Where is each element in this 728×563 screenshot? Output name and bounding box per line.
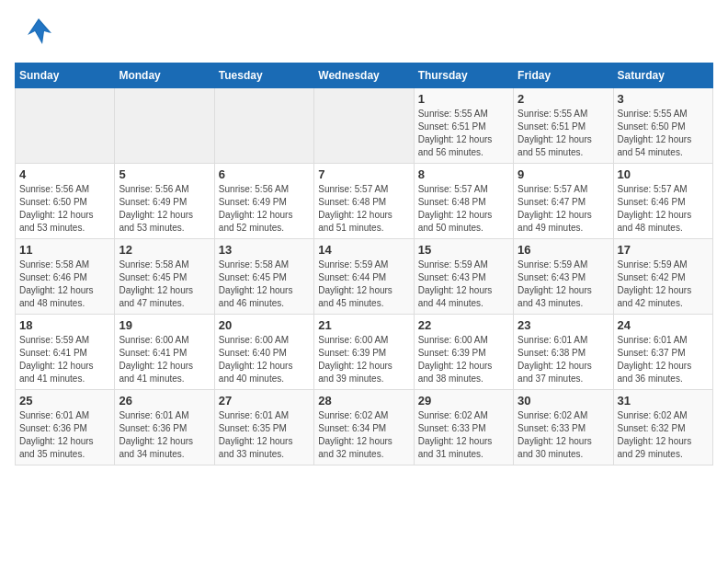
day-cell: 24Sunrise: 6:01 AM Sunset: 6:37 PM Dayli… <box>613 315 712 390</box>
day-info: Sunrise: 5:58 AM Sunset: 6:45 PM Dayligh… <box>119 259 210 310</box>
header-cell-sunday: Sunday <box>16 63 115 88</box>
week-row-1: 1Sunrise: 5:55 AM Sunset: 6:51 PM Daylig… <box>16 88 713 164</box>
day-info: Sunrise: 6:02 AM Sunset: 6:34 PM Dayligh… <box>318 409 409 461</box>
header-cell-thursday: Thursday <box>414 63 513 88</box>
day-cell: 20Sunrise: 6:00 AM Sunset: 6:40 PM Dayli… <box>214 315 313 390</box>
day-cell: 13Sunrise: 5:58 AM Sunset: 6:45 PM Dayli… <box>214 239 313 315</box>
day-number: 29 <box>418 394 509 408</box>
day-number: 21 <box>318 318 409 332</box>
day-cell: 22Sunrise: 6:00 AM Sunset: 6:39 PM Dayli… <box>414 315 513 390</box>
day-info: Sunrise: 6:02 AM Sunset: 6:33 PM Dayligh… <box>418 409 509 461</box>
day-info: Sunrise: 5:56 AM Sunset: 6:49 PM Dayligh… <box>219 183 310 235</box>
header-cell-saturday: Saturday <box>613 63 712 88</box>
day-cell: 1Sunrise: 5:55 AM Sunset: 6:51 PM Daylig… <box>414 88 513 164</box>
day-info: Sunrise: 6:01 AM Sunset: 6:38 PM Dayligh… <box>518 334 609 385</box>
day-cell: 26Sunrise: 6:01 AM Sunset: 6:36 PM Dayli… <box>115 390 214 465</box>
day-cell: 2Sunrise: 5:55 AM Sunset: 6:51 PM Daylig… <box>514 88 613 164</box>
day-number: 6 <box>219 167 310 181</box>
calendar-table: SundayMondayTuesdayWednesdayThursdayFrid… <box>15 63 713 465</box>
day-number: 12 <box>119 243 210 257</box>
day-cell: 5Sunrise: 5:56 AM Sunset: 6:49 PM Daylig… <box>115 164 214 239</box>
day-cell: 27Sunrise: 6:01 AM Sunset: 6:35 PM Dayli… <box>214 390 313 465</box>
day-number: 8 <box>418 167 509 181</box>
day-info: Sunrise: 6:01 AM Sunset: 6:35 PM Dayligh… <box>219 409 310 461</box>
day-info: Sunrise: 5:58 AM Sunset: 6:46 PM Dayligh… <box>19 259 110 310</box>
day-cell: 17Sunrise: 5:59 AM Sunset: 6:42 PM Dayli… <box>613 239 712 315</box>
day-info: Sunrise: 5:56 AM Sunset: 6:50 PM Dayligh… <box>19 183 110 235</box>
day-info: Sunrise: 5:59 AM Sunset: 6:43 PM Dayligh… <box>418 259 509 310</box>
day-cell: 18Sunrise: 5:59 AM Sunset: 6:41 PM Dayli… <box>16 315 115 390</box>
header-cell-monday: Monday <box>115 63 214 88</box>
day-info: Sunrise: 6:02 AM Sunset: 6:32 PM Dayligh… <box>618 409 709 461</box>
day-info: Sunrise: 6:00 AM Sunset: 6:39 PM Dayligh… <box>318 334 409 385</box>
calendar-body: 1Sunrise: 5:55 AM Sunset: 6:51 PM Daylig… <box>16 88 713 465</box>
day-number: 25 <box>19 394 110 408</box>
header-cell-wednesday: Wednesday <box>314 63 414 88</box>
day-number: 2 <box>518 92 609 106</box>
day-number: 14 <box>318 243 409 257</box>
day-info: Sunrise: 5:59 AM Sunset: 6:43 PM Dayligh… <box>518 259 609 310</box>
day-cell: 29Sunrise: 6:02 AM Sunset: 6:33 PM Dayli… <box>414 390 513 465</box>
day-info: Sunrise: 6:01 AM Sunset: 6:36 PM Dayligh… <box>119 409 210 461</box>
calendar-header: SundayMondayTuesdayWednesdayThursdayFrid… <box>16 63 713 88</box>
day-number: 13 <box>219 243 310 257</box>
day-cell: 14Sunrise: 5:59 AM Sunset: 6:44 PM Dayli… <box>314 239 414 315</box>
day-cell: 23Sunrise: 6:01 AM Sunset: 6:38 PM Dayli… <box>514 315 613 390</box>
day-number: 20 <box>219 318 310 332</box>
day-number: 26 <box>119 394 210 408</box>
header-cell-tuesday: Tuesday <box>214 63 313 88</box>
day-cell: 25Sunrise: 6:01 AM Sunset: 6:36 PM Dayli… <box>16 390 115 465</box>
day-cell <box>214 88 313 164</box>
day-cell: 19Sunrise: 6:00 AM Sunset: 6:41 PM Dayli… <box>115 315 214 390</box>
week-row-4: 18Sunrise: 5:59 AM Sunset: 6:41 PM Dayli… <box>16 315 713 390</box>
week-row-2: 4Sunrise: 5:56 AM Sunset: 6:50 PM Daylig… <box>16 164 713 239</box>
day-cell <box>16 88 115 164</box>
header-row: SundayMondayTuesdayWednesdayThursdayFrid… <box>16 63 713 88</box>
day-info: Sunrise: 6:00 AM Sunset: 6:40 PM Dayligh… <box>219 334 310 385</box>
day-number: 16 <box>518 243 609 257</box>
day-number: 31 <box>618 394 709 408</box>
day-info: Sunrise: 5:55 AM Sunset: 6:51 PM Dayligh… <box>418 108 509 159</box>
day-number: 1 <box>418 92 509 106</box>
day-info: Sunrise: 6:01 AM Sunset: 6:37 PM Dayligh… <box>618 334 709 385</box>
day-number: 9 <box>518 167 609 181</box>
day-number: 22 <box>418 318 509 332</box>
day-number: 7 <box>318 167 409 181</box>
day-cell: 12Sunrise: 5:58 AM Sunset: 6:45 PM Dayli… <box>115 239 214 315</box>
day-info: Sunrise: 5:55 AM Sunset: 6:50 PM Dayligh… <box>618 108 709 159</box>
day-info: Sunrise: 6:00 AM Sunset: 6:41 PM Dayligh… <box>119 334 210 385</box>
day-number: 28 <box>318 394 409 408</box>
day-cell: 31Sunrise: 6:02 AM Sunset: 6:32 PM Dayli… <box>613 390 712 465</box>
day-info: Sunrise: 6:02 AM Sunset: 6:33 PM Dayligh… <box>518 409 609 461</box>
day-cell: 7Sunrise: 5:57 AM Sunset: 6:48 PM Daylig… <box>314 164 414 239</box>
day-number: 24 <box>618 318 709 332</box>
day-cell: 15Sunrise: 5:59 AM Sunset: 6:43 PM Dayli… <box>414 239 513 315</box>
day-cell: 16Sunrise: 5:59 AM Sunset: 6:43 PM Dayli… <box>514 239 613 315</box>
day-cell: 21Sunrise: 6:00 AM Sunset: 6:39 PM Dayli… <box>314 315 414 390</box>
page-header <box>15 15 713 52</box>
week-row-5: 25Sunrise: 6:01 AM Sunset: 6:36 PM Dayli… <box>16 390 713 465</box>
week-row-3: 11Sunrise: 5:58 AM Sunset: 6:46 PM Dayli… <box>16 239 713 315</box>
day-number: 10 <box>618 167 709 181</box>
day-number: 11 <box>19 243 110 257</box>
day-info: Sunrise: 5:59 AM Sunset: 6:42 PM Dayligh… <box>618 259 709 310</box>
day-cell: 6Sunrise: 5:56 AM Sunset: 6:49 PM Daylig… <box>214 164 313 239</box>
day-info: Sunrise: 5:57 AM Sunset: 6:46 PM Dayligh… <box>618 183 709 235</box>
day-info: Sunrise: 6:01 AM Sunset: 6:36 PM Dayligh… <box>19 409 110 461</box>
day-info: Sunrise: 5:57 AM Sunset: 6:48 PM Dayligh… <box>318 183 409 235</box>
day-info: Sunrise: 5:57 AM Sunset: 6:48 PM Dayligh… <box>418 183 509 235</box>
day-info: Sunrise: 5:59 AM Sunset: 6:41 PM Dayligh… <box>19 334 110 385</box>
logo <box>15 15 55 52</box>
day-number: 3 <box>618 92 709 106</box>
day-cell <box>115 88 214 164</box>
day-cell: 30Sunrise: 6:02 AM Sunset: 6:33 PM Dayli… <box>514 390 613 465</box>
day-number: 18 <box>19 318 110 332</box>
day-number: 23 <box>518 318 609 332</box>
header-cell-friday: Friday <box>514 63 613 88</box>
day-cell: 9Sunrise: 5:57 AM Sunset: 6:47 PM Daylig… <box>514 164 613 239</box>
day-info: Sunrise: 5:59 AM Sunset: 6:44 PM Dayligh… <box>318 259 409 310</box>
logo-icon <box>22 15 55 52</box>
day-info: Sunrise: 6:00 AM Sunset: 6:39 PM Dayligh… <box>418 334 509 385</box>
day-number: 27 <box>219 394 310 408</box>
day-cell: 10Sunrise: 5:57 AM Sunset: 6:46 PM Dayli… <box>613 164 712 239</box>
